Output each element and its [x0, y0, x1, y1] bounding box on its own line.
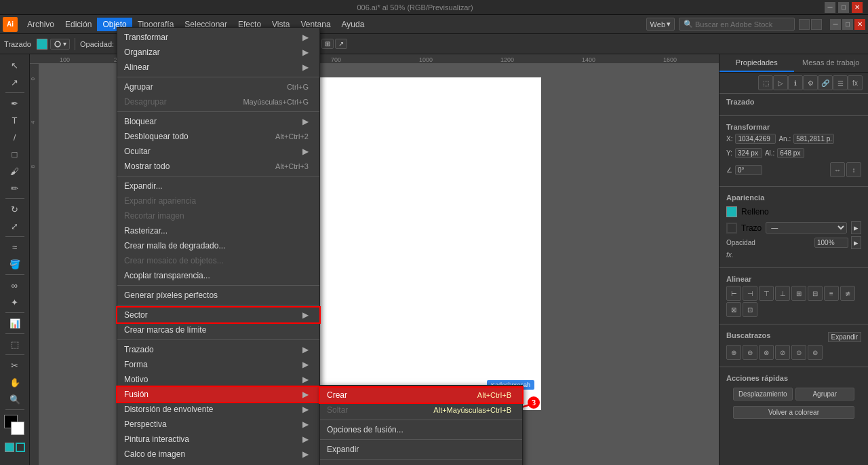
direct-select-tool[interactable]: ↗ [5, 74, 24, 90]
maximize-button[interactable]: □ [838, 2, 849, 13]
fusion-reemplazar-lomo[interactable]: Reemplazar lomo [320, 462, 522, 465]
slice-tool[interactable]: ✂ [5, 357, 24, 373]
close-button[interactable]: ✕ [852, 2, 863, 13]
menu-alinear[interactable]: Alinear ▶ [117, 60, 319, 75]
al-input[interactable] [777, 148, 804, 158]
menu-sector[interactable]: Sector ▶ [117, 308, 319, 322]
bt-5[interactable]: ⊙ [791, 345, 806, 360]
win-max[interactable]: □ [842, 19, 853, 30]
panel-toggle-1[interactable] [799, 19, 810, 30]
distrib-h2[interactable]: ⊠ [726, 302, 741, 317]
tab-mesas[interactable]: Mesas de trabajo [794, 54, 869, 72]
hand-tool[interactable]: ✋ [5, 374, 24, 390]
menu-fusion[interactable]: Fusión ▶ Crear Alt+Ctrl+B Soltar Alt+May… [117, 387, 319, 402]
panel-toggle-2[interactable] [811, 19, 822, 30]
panel-icon-6[interactable]: ☰ [833, 75, 848, 90]
buscatrazos-expand[interactable]: Expandir [828, 332, 861, 342]
minimize-button[interactable]: ─ [825, 2, 835, 13]
align-hcenter[interactable]: ⊣ [743, 286, 757, 301]
rect-tool[interactable]: □ [5, 146, 24, 162]
menu-expandir-apariencia[interactable]: Expandir apariencia [117, 193, 319, 208]
stroke-box[interactable] [16, 443, 25, 452]
menu-generar-pixeles[interactable]: Generar píxeles perfectos [117, 288, 319, 303]
line-tool[interactable]: / [5, 129, 24, 145]
bt-3[interactable]: ⊗ [759, 345, 774, 360]
scale-tool[interactable]: ⤢ [5, 218, 24, 234]
agrupar-btn[interactable]: Agrupar [795, 388, 855, 401]
rotate-tool[interactable]: ↻ [5, 201, 24, 217]
menu-ayuda[interactable]: Ayuda [336, 18, 370, 31]
win-min[interactable]: ─ [830, 19, 841, 30]
menu-desbloquear[interactable]: Desbloquear todo Alt+Ctrl+2 [117, 129, 319, 144]
menu-crear-marcas[interactable]: Crear marcas de límite [117, 322, 319, 337]
blend-tool[interactable]: ∞ [5, 277, 24, 293]
panel-icon-4[interactable]: ⚙ [803, 75, 818, 90]
menu-calco[interactable]: Calco de imagen ▶ [117, 447, 319, 462]
align-vcenter[interactable]: ⊞ [791, 286, 806, 301]
opacidad-input[interactable] [814, 238, 848, 248]
menu-agrupar[interactable]: Agrupar Ctrl+G [117, 79, 319, 94]
type-tool[interactable]: T [5, 112, 24, 128]
trazo-swatch[interactable] [726, 223, 737, 234]
align-bottom[interactable]: ⊟ [808, 286, 823, 301]
bt-2[interactable]: ⊖ [743, 345, 757, 360]
fusion-opciones[interactable]: Opciones de fusión... [320, 422, 522, 437]
align-top[interactable]: ⊥ [775, 286, 790, 301]
menu-forma[interactable]: Forma ▶ [117, 357, 319, 372]
menu-cenir-texto[interactable]: Ceñir texto ▶ [117, 462, 319, 465]
pen-tool[interactable]: ✒ [5, 95, 24, 111]
fusion-expandir[interactable]: Expandir [320, 442, 522, 457]
fusion-soltar[interactable]: Soltar Alt+Mayúsculas+Ctrl+B [320, 403, 522, 417]
panel-icon-7[interactable]: fx [848, 75, 863, 90]
menu-crear-mosaico[interactable]: Crear mosaico de objetos... [117, 253, 319, 268]
menu-archivo[interactable]: Archivo [22, 18, 60, 31]
menu-mostrar-todo[interactable]: Mostrar todo Alt+Ctrl+3 [117, 159, 319, 174]
distrib-h[interactable]: ≡ [824, 286, 839, 301]
win-close[interactable]: ✕ [854, 19, 865, 30]
volver-colorear-btn[interactable]: Volver a colorear [733, 406, 854, 419]
align-right[interactable]: ⊤ [759, 286, 774, 301]
panel-icon-1[interactable]: ⬚ [758, 75, 773, 90]
menu-distorsion[interactable]: Distorsión de envolvente ▶ [117, 402, 319, 417]
align-left[interactable]: ⊢ [726, 286, 741, 301]
an-input[interactable] [793, 134, 834, 144]
stroke-btn[interactable]: ▾ [50, 39, 70, 50]
menu-desagrupar[interactable]: Desagrupar Mayúsculas+Ctrl+G [117, 94, 319, 109]
brush-tool[interactable]: 🖌 [5, 163, 24, 179]
menu-pintura-interactiva[interactable]: Pintura interactiva ▶ [117, 432, 319, 447]
panel-icon-5[interactable]: 🔗 [818, 75, 833, 90]
background-color[interactable] [11, 422, 24, 435]
x-input[interactable] [735, 134, 776, 144]
distrib-v[interactable]: ≢ [840, 286, 855, 301]
y-input[interactable] [735, 148, 762, 158]
zoom-tool[interactable]: 🔍 [5, 391, 24, 407]
distrib-v2[interactable]: ⊡ [743, 302, 757, 317]
warp-tool[interactable]: ≈ [5, 239, 24, 255]
graph-tool[interactable]: 📊 [5, 315, 24, 331]
bt-4[interactable]: ⊘ [775, 345, 790, 360]
menu-perspectiva[interactable]: Perspectiva ▶ [117, 417, 319, 432]
symbol-tool[interactable]: ✦ [5, 294, 24, 310]
flip-h-btn[interactable]: ↔ [830, 162, 845, 177]
artboard-tool[interactable]: ⬚ [5, 336, 24, 352]
menu-ocultar[interactable]: Ocultar ▶ [117, 144, 319, 159]
angle-input[interactable] [735, 165, 762, 175]
menu-acoplar-transparencia[interactable]: Acoplar transparencia... [117, 268, 319, 283]
menu-edicion[interactable]: Edición [60, 18, 97, 31]
fill-tool[interactable]: 🪣 [5, 256, 24, 272]
transform-btn-1[interactable]: ⊞ [321, 39, 334, 49]
trazo-expand[interactable]: ▸ [851, 221, 861, 234]
tab-propiedades[interactable]: Propiedades [719, 54, 794, 72]
menu-transformar[interactable]: Transformar ▶ Mover...Mayúsculas+Ctrl+M [117, 30, 319, 45]
menu-bloquear[interactable]: Bloquear ▶ [117, 114, 319, 129]
web-dropdown[interactable]: Web ▾ [646, 18, 675, 31]
flip-v-btn[interactable]: ↕ [846, 162, 861, 177]
search-input[interactable] [695, 20, 790, 29]
menu-crear-malla[interactable]: Crear malla de degradado... [117, 238, 319, 253]
transform-btn-2[interactable]: ↗ [335, 39, 347, 49]
opacidad-expand[interactable]: ▸ [851, 236, 861, 249]
trazo-dropdown[interactable]: — [766, 222, 847, 234]
menu-trazado[interactable]: Trazado ▶ [117, 342, 319, 357]
menu-recortar-imagen[interactable]: Recortar imagen [117, 208, 319, 223]
fusion-crear[interactable]: Crear Alt+Ctrl+B [320, 388, 522, 403]
